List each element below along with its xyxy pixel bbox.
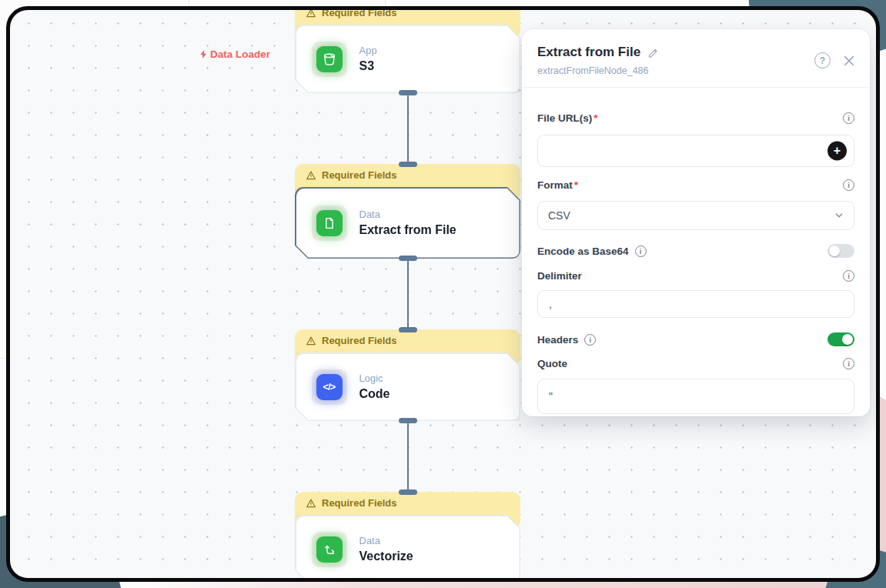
edge-line xyxy=(407,261,409,327)
format-select[interactable]: CSV xyxy=(537,201,854,230)
node-code: Required Fields </> Logic Code xyxy=(295,329,520,421)
warning-triangle-icon xyxy=(306,170,316,181)
node-extract-from-file: Required Fields Data Extract from File xyxy=(295,164,520,259)
question-mark-icon: ? xyxy=(820,55,825,66)
info-icon[interactable]: i xyxy=(584,334,596,346)
node-icon-tile xyxy=(312,205,347,241)
node-icon-tile: </> xyxy=(312,369,347,405)
required-asterisk: * xyxy=(593,112,597,124)
panel-title: Extract from File xyxy=(537,45,640,60)
info-icon[interactable]: i xyxy=(843,270,854,282)
field-label-file-urls: File URL(s)* xyxy=(537,112,598,124)
node-vectorize: Required Fields Data Vectorize xyxy=(295,492,520,582)
file-document-icon xyxy=(316,210,343,236)
banner-label: Required Fields xyxy=(322,497,397,509)
pencil-icon xyxy=(647,47,659,58)
edge-line xyxy=(407,423,409,489)
required-asterisk: * xyxy=(574,179,578,191)
node-category: Data xyxy=(359,535,413,546)
field-label-headers: Headers xyxy=(537,334,578,346)
group-annotation-data-loader: Data Loader xyxy=(199,48,270,60)
node-s3: Required Fields App S3 xyxy=(295,6,520,93)
info-icon[interactable]: i xyxy=(635,246,647,257)
toggle-knob xyxy=(842,334,853,345)
delimiter-input[interactable] xyxy=(537,290,854,318)
field-label-delimiter: Delimiter xyxy=(537,270,582,282)
input-port-handle[interactable] xyxy=(399,327,417,332)
s3-bucket-icon xyxy=(316,46,343,72)
quote-input[interactable] xyxy=(537,379,854,414)
close-icon xyxy=(842,54,856,68)
chevron-down-icon xyxy=(834,211,844,220)
edit-title-button[interactable] xyxy=(647,47,659,58)
file-urls-input[interactable] xyxy=(537,135,854,167)
output-port-handle[interactable] xyxy=(399,90,417,95)
warning-triangle-icon xyxy=(306,336,316,346)
encode-base64-toggle[interactable] xyxy=(827,244,854,258)
info-icon[interactable]: i xyxy=(843,179,854,191)
format-selected-value: CSV xyxy=(548,209,570,222)
banner-label: Required Fields xyxy=(322,335,397,346)
lightning-bolt-icon xyxy=(199,49,209,59)
banner-label: Required Fields xyxy=(322,169,397,181)
info-icon[interactable]: i xyxy=(843,358,854,369)
panel-body: File URL(s)* i + Format* i CSV Encode as… xyxy=(522,88,870,414)
plus-icon: + xyxy=(834,145,841,157)
node-title: Code xyxy=(359,387,390,401)
banner-label: Required Fields xyxy=(322,7,397,18)
code-brackets-icon: </> xyxy=(316,374,343,400)
panel-header: Extract from File extractFromFileNode_48… xyxy=(522,29,870,88)
node-card-vectorize[interactable]: Data Vectorize xyxy=(296,516,520,583)
node-config-panel: Extract from File extractFromFileNode_48… xyxy=(522,29,870,416)
output-port-handle[interactable] xyxy=(399,256,417,261)
edge-line xyxy=(407,95,409,162)
node-card-extract-from-file[interactable]: Data Extract from File xyxy=(296,189,520,258)
app-window-frame: Data Loader Required Fields xyxy=(6,6,880,582)
add-url-button[interactable]: + xyxy=(827,142,847,161)
warning-triangle-icon xyxy=(306,498,316,509)
node-category: App xyxy=(359,45,377,56)
help-button[interactable]: ? xyxy=(814,52,831,68)
input-port-handle[interactable] xyxy=(399,162,417,167)
node-category: Logic xyxy=(359,373,390,384)
close-panel-button[interactable] xyxy=(842,54,856,68)
node-icon-tile xyxy=(312,42,347,77)
node-id-label: extractFromFileNode_486 xyxy=(537,65,854,76)
code-glyph: </> xyxy=(323,381,336,393)
toggle-knob xyxy=(829,246,840,256)
node-card-s3[interactable]: App S3 xyxy=(296,26,520,92)
headers-toggle[interactable] xyxy=(827,332,854,346)
node-icon-tile xyxy=(312,532,347,567)
node-title: Extract from File xyxy=(359,223,456,237)
vectorize-arrows-icon xyxy=(316,536,343,563)
edge-connector xyxy=(295,421,520,492)
edge-connector xyxy=(295,93,520,164)
info-icon[interactable]: i xyxy=(843,112,854,124)
node-card-code[interactable]: </> Logic Code xyxy=(296,354,520,420)
field-label-format: Format* xyxy=(537,179,578,191)
workflow-node-column: Required Fields App S3 xyxy=(295,6,520,582)
output-port-handle[interactable] xyxy=(399,418,417,423)
node-title: Vectorize xyxy=(359,550,413,563)
node-title: S3 xyxy=(359,59,377,73)
field-label-quote: Quote xyxy=(537,358,567,369)
annotation-label: Data Loader xyxy=(210,48,270,60)
input-port-handle[interactable] xyxy=(399,489,417,495)
field-label-encode-base64: Encode as Base64 xyxy=(537,246,629,257)
node-category: Data xyxy=(359,209,456,220)
workflow-canvas[interactable]: Data Loader Required Fields xyxy=(10,10,876,578)
edge-connector xyxy=(295,259,520,329)
warning-triangle-icon xyxy=(306,8,316,18)
